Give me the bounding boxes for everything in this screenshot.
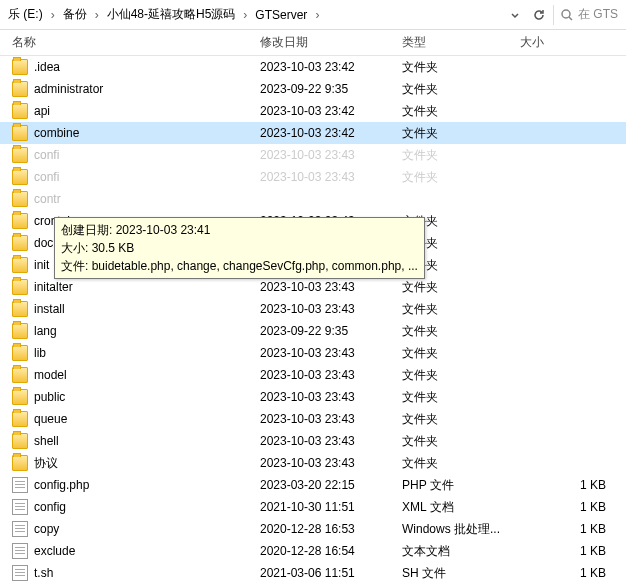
file-date: 2023-10-03 23:43 xyxy=(260,280,402,294)
file-name: exclude xyxy=(34,544,75,558)
file-name: administrator xyxy=(34,82,103,96)
header-size[interactable]: 大小 xyxy=(520,34,626,51)
chevron-right-icon[interactable]: › xyxy=(241,8,249,22)
file-row[interactable]: config2021-10-30 11:51XML 文档1 KB xyxy=(0,496,626,518)
file-date: 2023-03-20 22:15 xyxy=(260,478,402,492)
file-row[interactable]: administrator2023-09-22 9:35文件夹 xyxy=(0,78,626,100)
search-icon xyxy=(560,8,574,22)
file-size: 1 KB xyxy=(520,544,626,558)
file-row[interactable]: lib2023-10-03 23:43文件夹 xyxy=(0,342,626,364)
file-row[interactable]: confi2023-10-03 23:43文件夹 xyxy=(0,166,626,188)
file-type: 文件夹 xyxy=(402,59,520,76)
folder-icon xyxy=(12,433,28,449)
file-type: 文件夹 xyxy=(402,103,520,120)
header-type[interactable]: 类型 xyxy=(402,34,520,51)
file-list: 创建日期: 2023-10-03 23:41 大小: 30.5 KB 文件: b… xyxy=(0,56,626,583)
file-name: api xyxy=(34,104,50,118)
php-icon xyxy=(12,477,28,493)
file-row[interactable]: confi2023-10-03 23:43文件夹 xyxy=(0,144,626,166)
search-box[interactable]: 在 GTS xyxy=(556,6,622,23)
file-type: 文件夹 xyxy=(402,81,520,98)
crumb0[interactable]: 乐 (E:) xyxy=(4,4,47,25)
file-row[interactable]: initalter2023-10-03 23:43文件夹 xyxy=(0,276,626,298)
file-row[interactable]: model2023-10-03 23:43文件夹 xyxy=(0,364,626,386)
file-date: 2020-12-28 16:53 xyxy=(260,522,402,536)
file-date: 2023-10-03 23:43 xyxy=(260,170,402,184)
crumb2[interactable]: 小仙48-延禧攻略H5源码 xyxy=(103,4,240,25)
file-type: 文件夹 xyxy=(402,125,520,142)
folder-icon xyxy=(12,455,28,471)
file-row[interactable]: public2023-10-03 23:43文件夹 xyxy=(0,386,626,408)
sh-icon xyxy=(12,565,28,581)
file-name: combine xyxy=(34,126,79,140)
file-name: t.sh xyxy=(34,566,53,580)
file-type: 文件夹 xyxy=(402,367,520,384)
breadcrumb[interactable]: 乐 (E:)› 备份› 小仙48-延禧攻略H5源码› GTServer› xyxy=(4,4,503,25)
file-type: 文件夹 xyxy=(402,389,520,406)
file-date: 2023-10-03 23:43 xyxy=(260,412,402,426)
file-name: init xyxy=(34,258,49,272)
folder-icon xyxy=(12,125,28,141)
file-row[interactable]: 协议2023-10-03 23:43文件夹 xyxy=(0,452,626,474)
file-name: lang xyxy=(34,324,57,338)
file-date: 2023-10-03 23:42 xyxy=(260,104,402,118)
file-name: queue xyxy=(34,412,67,426)
file-name: contr xyxy=(34,192,61,206)
file-name: config xyxy=(34,500,66,514)
file-date: 2020-12-28 16:54 xyxy=(260,544,402,558)
chevron-right-icon[interactable]: › xyxy=(49,8,57,22)
file-name: copy xyxy=(34,522,59,536)
chevron-right-icon[interactable]: › xyxy=(313,8,321,22)
bat-icon xyxy=(12,521,28,537)
header-name[interactable]: 名称 xyxy=(0,34,260,51)
file-row[interactable]: exclude2020-12-28 16:54文本文档1 KB xyxy=(0,540,626,562)
folder-icon xyxy=(12,147,28,163)
file-type: 文件夹 xyxy=(402,433,520,450)
folder-icon xyxy=(12,323,28,339)
file-date: 2023-10-03 23:43 xyxy=(260,302,402,316)
svg-point-0 xyxy=(562,10,570,18)
file-type: 文件夹 xyxy=(402,279,520,296)
folder-icon xyxy=(12,59,28,75)
search-placeholder: 在 GTS xyxy=(578,6,618,23)
folder-icon xyxy=(12,367,28,383)
file-row[interactable]: lang2023-09-22 9:35文件夹 xyxy=(0,320,626,342)
tooltip-line1: 创建日期: 2023-10-03 23:41 xyxy=(61,221,418,239)
file-type: Windows 批处理... xyxy=(402,521,520,538)
file-row[interactable]: api2023-10-03 23:42文件夹 xyxy=(0,100,626,122)
file-row[interactable]: .idea2023-10-03 23:42文件夹 xyxy=(0,56,626,78)
refresh-button[interactable] xyxy=(527,3,551,27)
file-type: XML 文档 xyxy=(402,499,520,516)
file-date: 2023-10-03 23:43 xyxy=(260,346,402,360)
separator xyxy=(553,5,554,25)
crumb3[interactable]: GTServer xyxy=(251,6,311,24)
file-name: .idea xyxy=(34,60,60,74)
folder-icon xyxy=(12,213,28,229)
file-name: public xyxy=(34,390,65,404)
file-size: 1 KB xyxy=(520,566,626,580)
file-date: 2021-10-30 11:51 xyxy=(260,500,402,514)
file-row[interactable]: queue2023-10-03 23:43文件夹 xyxy=(0,408,626,430)
file-row[interactable]: t.sh2021-03-06 11:51SH 文件1 KB xyxy=(0,562,626,583)
file-type: 文件夹 xyxy=(402,147,520,164)
folder-icon xyxy=(12,411,28,427)
file-row[interactable]: config.php2023-03-20 22:15PHP 文件1 KB xyxy=(0,474,626,496)
file-type: PHP 文件 xyxy=(402,477,520,494)
dropdown-button[interactable] xyxy=(503,3,527,27)
file-row[interactable]: contr xyxy=(0,188,626,210)
file-type: 文件夹 xyxy=(402,411,520,428)
file-row[interactable]: install2023-10-03 23:43文件夹 xyxy=(0,298,626,320)
chevron-right-icon[interactable]: › xyxy=(93,8,101,22)
file-row[interactable]: combine2023-10-03 23:42文件夹 xyxy=(0,122,626,144)
address-bar: 乐 (E:)› 备份› 小仙48-延禧攻略H5源码› GTServer› 在 G… xyxy=(0,0,626,30)
folder-icon xyxy=(12,169,28,185)
file-size: 1 KB xyxy=(520,522,626,536)
file-name: install xyxy=(34,302,65,316)
tooltip-line2: 大小: 30.5 KB xyxy=(61,239,418,257)
file-row[interactable]: shell2023-10-03 23:43文件夹 xyxy=(0,430,626,452)
file-row[interactable]: copy2020-12-28 16:53Windows 批处理...1 KB xyxy=(0,518,626,540)
header-date[interactable]: 修改日期 xyxy=(260,34,402,51)
tooltip-line3: 文件: buidetable.php, change, changeSevCfg… xyxy=(61,257,418,275)
crumb1[interactable]: 备份 xyxy=(59,4,91,25)
file-date: 2021-03-06 11:51 xyxy=(260,566,402,580)
